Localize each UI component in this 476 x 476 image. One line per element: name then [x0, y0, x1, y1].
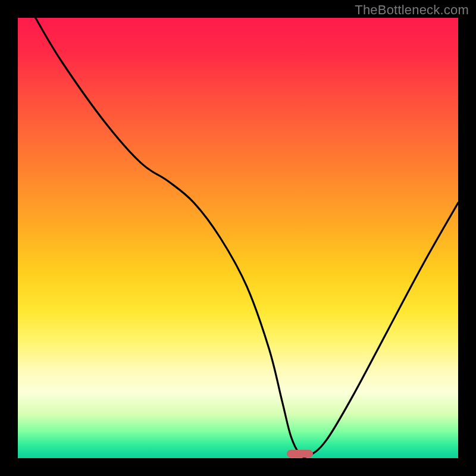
chart-frame: TheBottleneck.com [0, 0, 476, 476]
plot-area [18, 18, 458, 458]
bottleneck-curve [18, 18, 458, 458]
optimal-marker [287, 450, 313, 458]
watermark-text: TheBottleneck.com [355, 2, 469, 18]
